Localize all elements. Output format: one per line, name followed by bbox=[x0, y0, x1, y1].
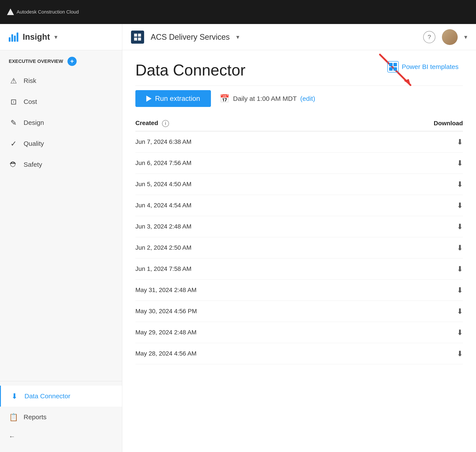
row-download-3[interactable]: ⬇ bbox=[357, 195, 463, 216]
row-download-9[interactable]: ⬇ bbox=[357, 322, 463, 343]
row-date-1: Jun 6, 2024 7:56 AM bbox=[135, 152, 357, 173]
sidebar-item-safety[interactable]: ⛑ Safety bbox=[0, 154, 122, 175]
app-name: Insight bbox=[23, 32, 50, 42]
help-button[interactable]: ? bbox=[423, 31, 435, 43]
download-button-5[interactable]: ⬇ bbox=[457, 244, 463, 252]
info-icon[interactable]: i bbox=[162, 120, 169, 127]
avatar-dropdown-icon[interactable]: ▾ bbox=[464, 33, 467, 40]
created-label: Created bbox=[135, 120, 158, 126]
add-overview-button[interactable]: + bbox=[67, 57, 77, 66]
sidebar-item-design[interactable]: ✎ Design bbox=[0, 112, 122, 133]
section-title: EXECUTIVE OVERVIEW bbox=[9, 59, 63, 64]
row-download-10[interactable]: ⬇ bbox=[357, 343, 463, 364]
main-layout: EXECUTIVE OVERVIEW + ⚠ Risk ⊡ Cost ✎ Des… bbox=[0, 50, 476, 452]
row-download-1[interactable]: ⬇ bbox=[357, 152, 463, 173]
download-button-10[interactable]: ⬇ bbox=[457, 349, 463, 358]
run-extraction-button[interactable]: Run extraction bbox=[135, 90, 211, 107]
download-button-6[interactable]: ⬇ bbox=[457, 265, 463, 273]
header: Insight ▾ ACS Delivery Services ▾ ? ▾ bbox=[0, 24, 476, 50]
bar1 bbox=[9, 37, 10, 42]
row-download-4[interactable]: ⬇ bbox=[357, 216, 463, 237]
bar3 bbox=[14, 36, 16, 42]
download-button-8[interactable]: ⬇ bbox=[457, 307, 463, 315]
col-created: Created i bbox=[135, 116, 357, 131]
autodesk-icon bbox=[7, 8, 14, 16]
power-bi-link-container: Power BI templates bbox=[387, 61, 459, 73]
sidebar-item-risk[interactable]: ⚠ Risk bbox=[0, 70, 122, 91]
download-button-3[interactable]: ⬇ bbox=[457, 201, 463, 210]
design-icon: ✎ bbox=[9, 118, 18, 127]
avatar-image bbox=[442, 29, 458, 45]
run-extraction-label: Run extraction bbox=[155, 94, 200, 103]
row-date-3: Jun 4, 2024 4:54 AM bbox=[135, 195, 357, 216]
schedule-info: 📅 Daily at 1:00 AM MDT (edit) bbox=[220, 94, 315, 103]
sidebar-item-label: Safety bbox=[24, 161, 42, 168]
row-date-4: Jun 3, 2024 2:48 AM bbox=[135, 216, 357, 237]
reports-icon: 📋 bbox=[9, 413, 18, 421]
collapse-icon: ← bbox=[9, 433, 15, 440]
project-logo-icon bbox=[133, 33, 142, 41]
header-right: ACS Delivery Services ▾ ? ▾ bbox=[122, 29, 476, 45]
table-row: Jun 2, 2024 2:50 AM ⬇ bbox=[135, 237, 463, 258]
power-bi-grid-icon bbox=[387, 61, 399, 73]
grid-cell-3 bbox=[389, 67, 393, 71]
project-logo bbox=[131, 31, 144, 44]
bar4 bbox=[17, 33, 18, 42]
table-container: Created i Download Jun 7, 2024 6:38 AM ⬇… bbox=[135, 116, 463, 364]
sidebar-item-quality[interactable]: ✓ Quality bbox=[0, 133, 122, 154]
sidebar-item-reports[interactable]: 📋 Reports bbox=[0, 407, 122, 428]
table-row: May 31, 2024 2:48 AM ⬇ bbox=[135, 279, 463, 300]
row-download-0[interactable]: ⬇ bbox=[357, 131, 463, 153]
avatar[interactable] bbox=[442, 29, 458, 45]
sidebar-item-label: Cost bbox=[24, 98, 37, 106]
download-button-9[interactable]: ⬇ bbox=[457, 328, 463, 337]
table-row: May 30, 2024 4:56 PM ⬇ bbox=[135, 300, 463, 322]
svg-rect-4 bbox=[138, 38, 141, 40]
cost-icon: ⊡ bbox=[9, 97, 18, 106]
bar2 bbox=[11, 34, 13, 42]
download-button-2[interactable]: ⬇ bbox=[457, 180, 463, 188]
divider bbox=[135, 86, 463, 86]
checkmark-icon: ✓ bbox=[9, 139, 18, 148]
sidebar-bottom: ⬇ Data Connector 📋 Reports ← bbox=[0, 381, 122, 445]
sidebar-item-cost[interactable]: ⊡ Cost bbox=[0, 91, 122, 112]
sidebar-item-data-connector[interactable]: ⬇ Data Connector bbox=[0, 386, 122, 407]
table-row: May 28, 2024 4:56 AM ⬇ bbox=[135, 343, 463, 364]
table-row: May 29, 2024 2:48 AM ⬇ bbox=[135, 322, 463, 343]
section-label: EXECUTIVE OVERVIEW + bbox=[0, 57, 122, 70]
sidebar-item-label: Risk bbox=[24, 77, 36, 85]
toolbar: Run extraction 📅 Daily at 1:00 AM MDT (e… bbox=[135, 90, 463, 107]
table-row: Jun 7, 2024 6:38 AM ⬇ bbox=[135, 131, 463, 153]
row-download-5[interactable]: ⬇ bbox=[357, 237, 463, 258]
svg-marker-6 bbox=[404, 79, 410, 85]
sidebar-item-label: Design bbox=[24, 119, 44, 126]
row-download-2[interactable]: ⬇ bbox=[357, 173, 463, 195]
project-dropdown-icon[interactable]: ▾ bbox=[236, 33, 239, 40]
collapse-sidebar-button[interactable]: ← bbox=[0, 428, 122, 445]
row-download-6[interactable]: ⬇ bbox=[357, 258, 463, 279]
sidebar: EXECUTIVE OVERVIEW + ⚠ Risk ⊡ Cost ✎ Des… bbox=[0, 50, 122, 452]
table-row: Jun 6, 2024 7:56 AM ⬇ bbox=[135, 152, 463, 173]
row-download-7[interactable]: ⬇ bbox=[357, 279, 463, 300]
row-date-8: May 30, 2024 4:56 PM bbox=[135, 300, 357, 322]
download-button-4[interactable]: ⬇ bbox=[457, 222, 463, 231]
download-button-1[interactable]: ⬇ bbox=[457, 159, 463, 167]
svg-rect-1 bbox=[134, 33, 137, 37]
row-date-2: Jun 5, 2024 4:50 AM bbox=[135, 173, 357, 195]
row-download-8[interactable]: ⬇ bbox=[357, 300, 463, 322]
app-dropdown-icon[interactable]: ▾ bbox=[54, 33, 57, 40]
power-bi-templates-link[interactable]: Power BI templates bbox=[402, 63, 459, 71]
sidebar-item-label: Reports bbox=[24, 413, 47, 421]
svg-rect-3 bbox=[134, 38, 137, 40]
grid-cell-2 bbox=[394, 63, 397, 66]
content-area: Data Connector Power BI templates Run ex… bbox=[122, 50, 476, 452]
grid-cell-4 bbox=[394, 67, 397, 71]
edit-schedule-link[interactable]: (edit) bbox=[300, 95, 315, 102]
row-date-10: May 28, 2024 4:56 AM bbox=[135, 343, 357, 364]
table-header-row: Created i Download bbox=[135, 116, 463, 131]
table-row: Jun 5, 2024 4:50 AM ⬇ bbox=[135, 173, 463, 195]
download-button-0[interactable]: ⬇ bbox=[457, 138, 463, 146]
header-actions: ? ▾ bbox=[423, 29, 467, 45]
play-icon bbox=[146, 96, 152, 102]
download-button-7[interactable]: ⬇ bbox=[457, 286, 463, 294]
